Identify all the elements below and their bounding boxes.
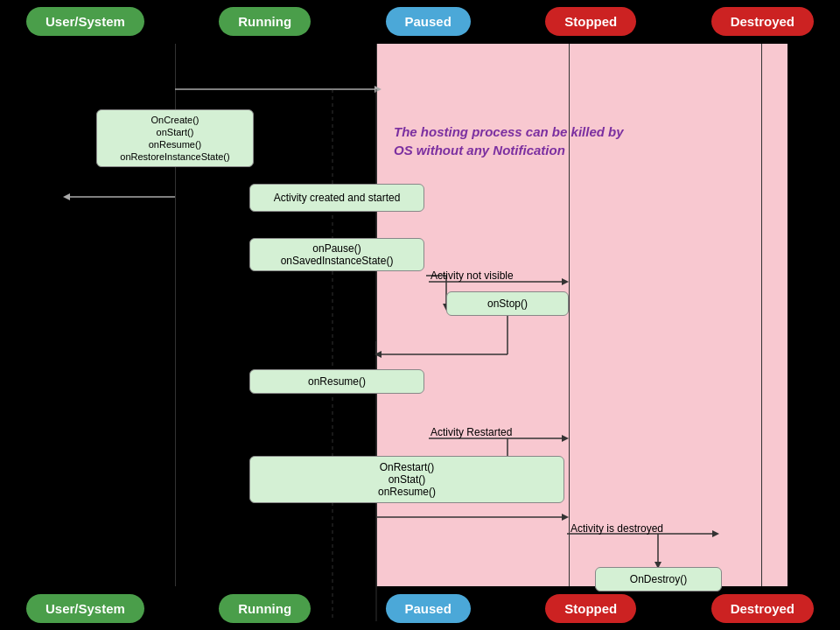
badge-destroyed-top: Destroyed [711,7,814,36]
header-badge-row: User/System Running Paused Stopped Destr… [0,7,840,36]
onresume-label: onResume() [308,375,366,388]
badge-stopped-top: Stopped [545,7,636,36]
box-onresume: onResume() [249,369,424,394]
onrestart-label: OnRestart() onStat() onResume() [378,461,436,498]
label-activity-destroyed: Activity is destroyed [570,522,663,535]
badge-paused-bottom: Paused [386,594,471,623]
badge-paused-top: Paused [386,7,471,36]
box-onpause: onPause() onSavedInstanceState() [249,238,424,271]
onstop-label: onStop() [487,298,528,310]
box-onstop: onStop() [446,291,569,316]
onpause-label: onPause() onSavedInstanceState() [281,242,394,267]
svg-marker-21 [562,514,569,521]
activity-created-label: Activity created and started [274,192,401,204]
svg-marker-12 [374,351,382,358]
badge-destroyed-bottom: Destroyed [711,594,814,623]
highlight-text: The hosting process can be killed by OS … [394,122,718,159]
label-activity-not-visible: Activity not visible [430,270,514,282]
label-activity-restarted: Activity Restarted [430,426,512,438]
footer-badge-row: User/System Running Paused Stopped Destr… [0,594,840,623]
badge-user-system-bottom: User/System [26,594,144,623]
svg-marker-16 [562,435,569,442]
diagram-area: OnCreate() onStart() onResume() onRestor… [0,44,840,586]
badge-user-system-top: User/System [26,7,144,36]
box-oncreate: OnCreate() onStart() onResume() onRestor… [96,109,254,167]
label-memory: emory [298,508,326,520]
badge-running-bottom: Running [219,594,311,623]
svg-marker-23 [712,530,719,537]
box-ondestroy: OnDestroy() [595,567,722,592]
box-onrestart: OnRestart() onStat() onResume() [249,456,564,503]
svg-marker-3 [63,193,70,200]
svg-marker-9 [562,278,569,285]
badge-running-top: Running [219,7,311,36]
ondestroy-label: OnDestroy() [630,573,687,585]
box-activity-created: Activity created and started [249,184,424,212]
badge-stopped-bottom: Stopped [545,594,636,623]
svg-marker-1 [374,86,382,93]
